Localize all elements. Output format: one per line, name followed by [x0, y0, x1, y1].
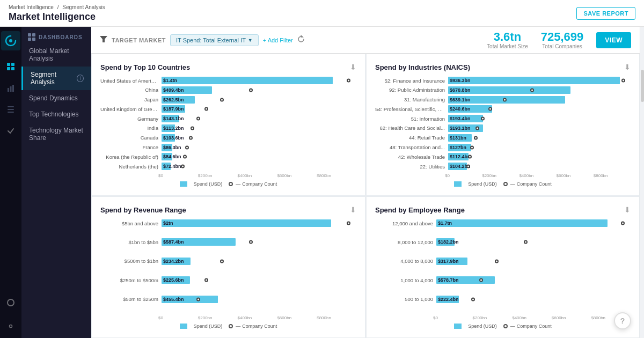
rail-chart-icon[interactable]: [1, 78, 20, 98]
bar-fill: $670.8bn: [448, 86, 570, 94]
company-count-dot: [475, 126, 479, 130]
company-count-dot: [196, 117, 200, 121]
company-count-dot: [191, 126, 194, 130]
bar-value: $936.3bn: [450, 78, 471, 83]
svg-rect-10: [8, 112, 14, 113]
svg-rect-13: [28, 33, 31, 36]
chart-countries-bars: United States of America (the)$1.4tnChin…: [100, 77, 356, 178]
filter-label: TARGET MARKET: [112, 37, 166, 43]
axis-label: $400bn: [238, 315, 277, 320]
bar-container: $84.6bn: [162, 153, 356, 160]
axis-label: $0: [158, 173, 198, 178]
chart-employee-header: Spend by Employee Range ⬇: [375, 205, 631, 214]
bar-row: $500m to $1bn$234.2bn: [100, 258, 356, 265]
scrollbar-thumb[interactable]: [641, 70, 644, 102]
axis-label: $0: [433, 315, 473, 320]
bar-value: $193.1bn: [450, 126, 471, 131]
company-count-dot: [481, 117, 485, 121]
bar-value: $103.6bn: [163, 135, 184, 141]
company-count-dot: [204, 107, 208, 111]
svg-rect-7: [12, 85, 14, 92]
svg-marker-18: [301, 35, 303, 37]
svg-rect-16: [32, 38, 35, 41]
bar-value: $670.8bn: [450, 87, 471, 93]
axis-label: $400bn: [512, 315, 552, 320]
download-icon-industries[interactable]: ⬇: [624, 63, 631, 71]
chart-revenue-title: Spend by Revenue Range: [100, 206, 186, 214]
bar-label: 22: Utilities: [375, 164, 445, 170]
sidebar-item-segment-analysis[interactable]: Segment Analysis i: [21, 67, 91, 90]
bar-value: $1.7tn: [438, 221, 452, 226]
breadcrumb-separator: /: [57, 4, 59, 10]
bar-label: Japan: [100, 97, 158, 102]
svg-rect-8: [8, 106, 14, 107]
sidebar-item-global-market[interactable]: Global Market Analysis: [21, 43, 91, 67]
bar-label: $5bn and above: [100, 221, 158, 226]
company-count-dot: [470, 145, 474, 149]
company-count-dot: [185, 145, 189, 149]
download-icon-employee[interactable]: ⬇: [624, 205, 631, 214]
bar-label: 62: Health Care and Social...: [375, 125, 445, 131]
bar-value: $193.4bn: [450, 116, 471, 121]
bar-container: $193.4bn: [448, 115, 631, 122]
chart-industries-title: Spend by Industries (NAICS): [375, 63, 470, 71]
bar-container: $193.1bn: [448, 124, 631, 132]
metric-market-size-value: 3.6tn: [487, 31, 528, 43]
breadcrumb-current: Segment Analysis: [62, 4, 105, 10]
rail-grid-icon[interactable]: [1, 57, 20, 76]
help-button[interactable]: ?: [614, 312, 631, 329]
logo-icon: [1, 31, 20, 50]
svg-rect-2: [11, 63, 14, 66]
chevron-down-icon: ▼: [248, 38, 253, 43]
bar-fill: $187.9bn: [162, 105, 185, 113]
bar-label: 42: Wholesale Trade: [375, 154, 445, 160]
legend-spend-bar-emp: [454, 324, 462, 329]
chart-countries-legend: Spend (USD) — Company Count: [100, 181, 356, 187]
download-icon-countries[interactable]: ⬇: [350, 63, 356, 71]
bar-fill: $182.2bn: [436, 238, 455, 246]
chart-industries-bars: 52: Finance and Insurance$936.3bn92: Pub…: [375, 77, 631, 178]
bar-label: Canada: [100, 135, 158, 141]
bar-container: $234.2bn: [162, 258, 356, 265]
rail-circle-icon[interactable]: [1, 293, 20, 312]
legend-spend-bar: [180, 181, 187, 187]
bar-fill: $455.4bn: [162, 296, 218, 303]
bar-row: 500 to 1,000$222.4bn: [375, 296, 631, 303]
sidebar-item-tech-market-share[interactable]: Technology Market Share: [21, 122, 91, 146]
refresh-icon[interactable]: [297, 35, 305, 45]
chart-industries: Spend by Industries (NAICS) ⬇ 52: Financ…: [365, 54, 640, 196]
bar-row: 62: Health Care and Social...$193.1bn: [375, 124, 631, 132]
download-icon-revenue[interactable]: ⬇: [350, 205, 356, 214]
svg-point-12: [10, 325, 12, 328]
bar-fill: $103.6bn: [162, 134, 175, 142]
sidebar-item-spend-dynamics[interactable]: Spend Dynamics: [21, 90, 91, 106]
filter-chip[interactable]: IT Spend: Total External IT ▼: [170, 34, 259, 46]
rail-check-icon[interactable]: [1, 121, 20, 141]
company-count-dot: [474, 136, 478, 139]
rail-list-icon[interactable]: [1, 100, 20, 119]
sidebar-item-top-technologies[interactable]: Top Technologies: [21, 106, 91, 122]
bar-row: 54: Professional, Scientific, and...$240…: [375, 105, 631, 113]
axis-label: $200bn: [198, 173, 238, 178]
chart-countries-title: Spend by Top 10 Countries: [100, 63, 190, 71]
top-bar: Market Intelligence / Segment Analysis M…: [0, 0, 644, 27]
info-icon[interactable]: i: [77, 75, 84, 82]
bar-container: $240.6bn: [448, 105, 631, 113]
bar-label: Netherlands (the): [100, 164, 158, 170]
view-button[interactable]: VIEW: [596, 32, 631, 48]
bar-fill: $578.7bn: [436, 276, 495, 284]
legend-line-rev: — Company Count: [229, 324, 277, 329]
bar-fill: $225.6bn: [162, 276, 190, 284]
sidebar-nav: DASHBOARDS Global Market Analysis Segmen…: [21, 27, 91, 338]
bar-row: India$113.2bn: [100, 124, 356, 132]
legend-spend-label-ind: Spend (USD): [468, 181, 497, 187]
bar-fill: $234.2bn: [162, 258, 191, 265]
save-report-button[interactable]: SAVE REPORT: [576, 7, 635, 20]
bar-container: $104.2bn: [448, 163, 631, 170]
company-count-dot: [220, 98, 224, 101]
add-filter-button[interactable]: + Add Filter: [263, 37, 293, 43]
bar-row: Japan$262.5bn: [100, 96, 356, 104]
bar-container: $587.4bn: [162, 238, 356, 246]
company-count-dot: [196, 297, 200, 301]
rail-settings-icon[interactable]: [1, 317, 20, 336]
